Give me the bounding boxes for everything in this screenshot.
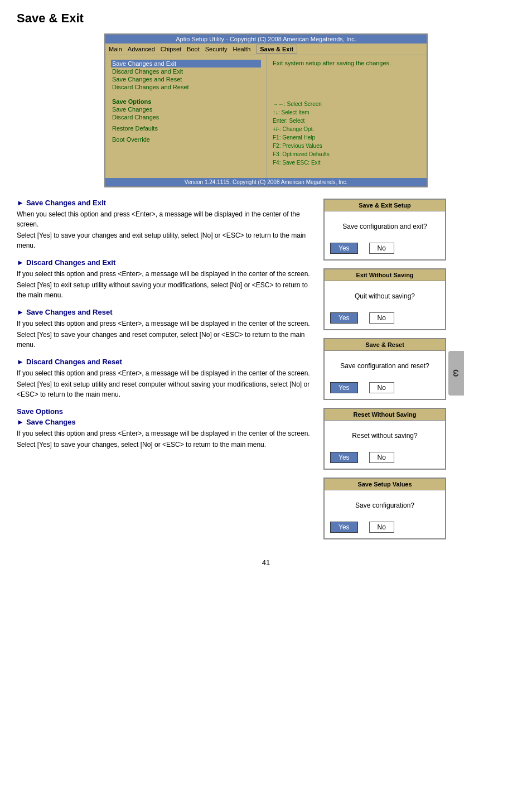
bios-description: Exit system setup after saving the chang…	[273, 60, 421, 66]
dialog-reset-without-saving: Reset Without Saving Reset without savin…	[323, 408, 446, 470]
arrow-icon-1: ►	[17, 199, 24, 207]
page-number: 41	[17, 558, 515, 567]
bios-titlebar: Aptio Setup Utility - Copyright (C) 2008…	[105, 35, 427, 44]
arrow-icon-3: ►	[17, 308, 24, 316]
bios-menu-main: Main	[109, 46, 122, 52]
bios-menu-save-exit: Save & Exit	[256, 45, 297, 54]
bios-section-save-options: Save Options	[111, 98, 261, 105]
bios-menu-chipset: Chipset	[161, 46, 181, 52]
dialog-no-save-setup-values[interactable]: No	[369, 522, 394, 533]
dialog-no-save-exit[interactable]: No	[369, 243, 394, 254]
dialog-yes-save-exit[interactable]: Yes	[330, 243, 358, 254]
dialog-buttons-reset-no-save: Yes No	[325, 449, 445, 469]
dialog-yes-reset-no-save[interactable]: Yes	[330, 452, 358, 463]
section-save-changes: ► Save Changes If you select this option…	[17, 418, 312, 450]
bios-key-prev: F2: Previous Values	[273, 142, 421, 150]
dialog-body-save-reset: Save configuration and reset?	[325, 351, 445, 379]
dialog-exit-without-saving: Exit Without Saving Quit without saving?…	[323, 268, 446, 330]
bios-screenshot: Aptio Setup Utility - Copyright (C) 2008…	[104, 33, 428, 187]
bios-menu-advanced: Advanced	[128, 46, 155, 52]
bios-key-item: ↑↓: Select Item	[273, 108, 421, 117]
section-title-save-changes-exit: ► Save Changes and Exit	[17, 199, 312, 207]
chapter-tab-indicator: ω	[448, 351, 464, 396]
bios-right-panel: Exit system setup after saving the chang…	[267, 55, 427, 178]
dialog-save-exit-setup: Save & Exit Setup Save configuration and…	[323, 199, 446, 261]
dialog-save-reset: Save & Reset Save configuration and rese…	[323, 338, 446, 400]
bios-item-save-changes-reset: Save Changes and Reset	[111, 75, 261, 83]
section-title-discard-changes-reset: ► Discard Changes and Reset	[17, 358, 312, 366]
dialog-buttons-save-exit: Yes No	[325, 239, 445, 259]
bios-menu-boot: Boot	[187, 46, 200, 52]
right-content: Save & Exit Setup Save configuration and…	[323, 199, 446, 547]
dialog-title-save-exit: Save & Exit Setup	[325, 200, 445, 211]
arrow-icon-4: ►	[17, 358, 24, 366]
dialog-save-setup-values: Save Setup Values Save configuration? Ye…	[323, 478, 446, 539]
bios-item-save-changes: Save Changes	[111, 105, 261, 113]
dialog-body-reset-no-save: Reset without saving?	[325, 421, 445, 449]
dialog-buttons-save-setup-values: Yes No	[325, 518, 445, 538]
bios-footer: Version 1.24.1115. Copyright (C) 2008 Am…	[105, 178, 427, 186]
bios-menu-security: Security	[205, 46, 228, 52]
section-discard-changes-exit: ► Discard Changes and Exit If you select…	[17, 258, 312, 300]
dialog-yes-exit-no-save[interactable]: Yes	[330, 312, 358, 324]
arrow-icon-5: ►	[17, 418, 24, 426]
bios-item-save-changes-exit: Save Changes and Exit	[111, 60, 261, 68]
dialog-body-exit-no-save: Quit without saving?	[325, 281, 445, 309]
left-content: ► Save Changes and Exit When you select …	[17, 199, 312, 547]
dialog-no-reset-no-save[interactable]: No	[369, 452, 394, 463]
dialog-yes-save-reset[interactable]: Yes	[330, 382, 358, 393]
dialog-no-exit-no-save[interactable]: No	[369, 312, 394, 324]
section-title-save-changes: ► Save Changes	[17, 418, 312, 426]
main-layout: ► Save Changes and Exit When you select …	[17, 199, 515, 547]
dialog-body-save-exit: Save configuration and exit?	[325, 211, 445, 239]
section-title-discard-changes-exit: ► Discard Changes and Exit	[17, 258, 312, 267]
bios-left-panel: Save Changes and Exit Discard Changes an…	[105, 55, 267, 178]
bios-key-screen: →←: Select Screen	[273, 100, 421, 108]
dialog-buttons-exit-no-save: Yes No	[325, 309, 445, 329]
section-save-changes-exit: ► Save Changes and Exit When you select …	[17, 199, 312, 250]
dialog-body-save-setup-values: Save configuration?	[325, 490, 445, 518]
dialog-buttons-save-reset: Yes No	[325, 379, 445, 399]
page-title: Save & Exit	[17, 11, 515, 26]
dialog-title-exit-no-save: Exit Without Saving	[325, 269, 445, 281]
bios-key-change: +/-: Change Opt.	[273, 125, 421, 133]
bios-item-discard-changes-exit: Discard Changes and Exit	[111, 68, 261, 75]
save-options-header: Save Options	[17, 407, 312, 416]
bios-item-boot-override: Boot Override	[111, 136, 261, 143]
dialog-title-reset-no-save: Reset Without Saving	[325, 409, 445, 421]
bios-content: Save Changes and Exit Discard Changes an…	[105, 55, 427, 178]
bios-item-discard-changes-reset: Discard Changes and Reset	[111, 83, 261, 91]
bios-key-optimized: F3: Optimized Defaults	[273, 150, 421, 158]
section-title-save-changes-reset: ► Save Changes and Reset	[17, 308, 312, 316]
arrow-icon-2: ►	[17, 258, 24, 267]
dialog-title-save-reset: Save & Reset	[325, 339, 445, 351]
dialog-title-save-setup-values: Save Setup Values	[325, 479, 445, 490]
bios-menubar: Main Advanced Chipset Boot Security Heal…	[105, 44, 427, 55]
section-discard-changes-reset: ► Discard Changes and Reset If you selec…	[17, 358, 312, 399]
section-save-changes-reset: ► Save Changes and Reset If you select t…	[17, 308, 312, 350]
bios-item-discard-changes: Discard Changes	[111, 113, 261, 121]
dialog-yes-save-setup-values[interactable]: Yes	[330, 522, 358, 533]
bios-key-enter: Enter: Select	[273, 117, 421, 125]
dialog-no-save-reset[interactable]: No	[369, 382, 394, 393]
bios-key-save: F4: Save ESC: Exit	[273, 158, 421, 167]
bios-key-help: F1: General Help	[273, 133, 421, 142]
bios-item-restore-defaults: Restore Defaults	[111, 124, 261, 132]
bios-keys: →←: Select Screen ↑↓: Select Item Enter:…	[273, 100, 421, 167]
bios-menu-health: Health	[233, 46, 250, 52]
